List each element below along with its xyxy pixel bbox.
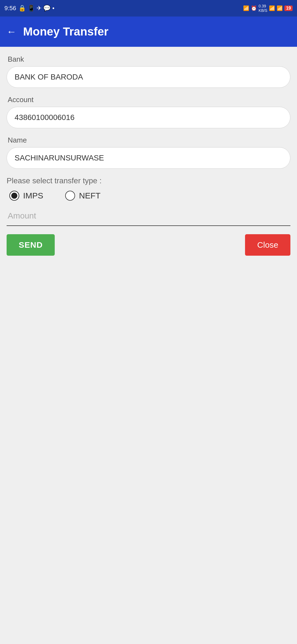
bluetooth-icon: 📶	[243, 5, 249, 11]
account-field-group: Account	[7, 95, 290, 128]
app-header: ← Money Transfer	[0, 17, 297, 47]
send-button[interactable]: SEND	[7, 234, 55, 256]
status-left: 9:56 🔒 📱 ✈ 💬 •	[4, 5, 54, 12]
page-title: Money Transfer	[23, 25, 108, 38]
transfer-type-label: Please select transfer type :	[7, 176, 290, 185]
account-input[interactable]	[7, 107, 290, 128]
main-content: Bank Account Name Please select transfer…	[0, 47, 297, 644]
status-bar: 9:56 🔒 📱 ✈ 💬 • 📶 ⏰ 0.39KB/S 📶 📶 19	[0, 0, 297, 17]
wifi-icon: 📶	[269, 5, 275, 11]
neft-option[interactable]: NEFT	[65, 191, 100, 201]
neft-label: NEFT	[79, 191, 100, 200]
name-field-group: Name	[7, 136, 290, 169]
account-label: Account	[7, 95, 290, 104]
amount-section	[7, 209, 290, 226]
bank-label: Bank	[7, 55, 290, 64]
close-button[interactable]: Close	[245, 234, 290, 256]
signal-icon: 📶	[277, 5, 283, 11]
button-row: SEND Close	[7, 234, 290, 256]
speed-indicator: 0.39KB/S	[258, 4, 267, 13]
bank-field-group: Bank	[7, 55, 290, 88]
imps-radio-inner	[11, 193, 17, 199]
bank-input[interactable]	[7, 66, 290, 88]
status-time: 9:56	[4, 5, 16, 12]
imps-option[interactable]: IMPS	[9, 191, 43, 201]
imps-radio-circle[interactable]	[9, 191, 19, 201]
transfer-type-section: Please select transfer type : IMPS NEFT	[7, 176, 290, 201]
neft-radio-circle[interactable]	[65, 191, 75, 201]
amount-input[interactable]	[7, 209, 290, 223]
imps-label: IMPS	[23, 191, 43, 200]
status-right: 📶 ⏰ 0.39KB/S 📶 📶 19	[243, 4, 293, 13]
alarm-icon: ⏰	[251, 5, 257, 11]
name-input[interactable]	[7, 147, 290, 169]
battery-badge: 19	[284, 6, 293, 11]
back-button[interactable]: ←	[7, 26, 16, 37]
name-label: Name	[7, 136, 290, 144]
app-icons: 🔒 📱 ✈ 💬 •	[18, 5, 54, 12]
radio-group: IMPS NEFT	[7, 191, 290, 201]
